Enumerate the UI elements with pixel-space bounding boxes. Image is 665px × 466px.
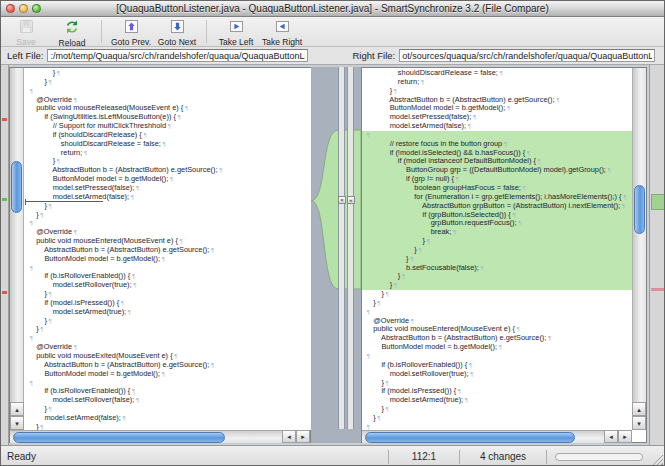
toolbar-separator [101, 20, 102, 43]
code-line: public void mouseExited(MouseEvent e) { … [25, 352, 311, 361]
code-line: ButtonModel model = b.getModel(); ¶ [25, 255, 311, 264]
paragraph-mark: ¶ [384, 406, 389, 412]
paragraph-mark: ¶ [497, 344, 502, 350]
left-file-label: Left File: [7, 50, 43, 61]
take-change-left-button[interactable]: « [347, 196, 355, 204]
minimize-button[interactable] [19, 4, 28, 13]
code-line: model.setRollover(false); ¶ [25, 396, 311, 405]
code-line: } ¶ [362, 87, 633, 96]
change-tick-red[interactable] [651, 288, 665, 291]
code-line: } ¶ [25, 157, 311, 166]
paragraph-mark: ¶ [469, 371, 474, 377]
right-vertical-scroll-arrows: ▴ ▾ [632, 402, 646, 430]
zoom-button[interactable] [32, 4, 41, 13]
paragraph-mark: ¶ [400, 273, 405, 279]
paragraph-mark: ¶ [161, 141, 166, 147]
scroll-up-arrow-icon[interactable]: ▴ [10, 402, 24, 416]
right-code-editor[interactable]: shouldDiscardRelease = false; ¶ return; … [362, 68, 633, 430]
paragraph-mark: ¶ [392, 282, 397, 288]
paragraph-mark: ¶ [209, 247, 214, 253]
paragraph-mark: ¶ [47, 291, 52, 297]
code-line: ¶ [25, 264, 311, 273]
scroll-right-arrow-icon[interactable]: ▸ [618, 430, 632, 443]
left-code-editor[interactable]: } ¶ } ¶ ¶ @Override ¶ public void mouseR… [25, 68, 311, 430]
paragraph-mark: ¶ [160, 371, 165, 377]
paragraph-mark: ¶ [47, 318, 52, 324]
save-button[interactable]: Save [3, 18, 49, 46]
code-line: return; ¶ [25, 149, 311, 158]
code-line: } ¶ [362, 281, 633, 290]
right-vertical-scrollbar[interactable] [632, 68, 646, 402]
paragraph-mark: ¶ [536, 158, 541, 164]
reload-button[interactable]: Reload [49, 18, 95, 46]
scroll-down-arrow-icon[interactable]: ▾ [632, 416, 646, 430]
left-horizontal-scroll-arrows: ◂ ▸ [282, 430, 310, 443]
left-horizontal-scrollbar[interactable] [10, 430, 310, 443]
right-change-overview-strip[interactable] [649, 65, 665, 445]
code-line: } ¶ [362, 290, 633, 299]
code-line: public void mouseReleased(MouseEvent e) … [25, 104, 311, 113]
left-horizontal-scrollbar-thumb[interactable] [13, 432, 225, 443]
right-vertical-scrollbar-thumb[interactable] [634, 185, 645, 234]
change-tick-green[interactable] [651, 194, 665, 210]
paragraph-mark: ¶ [463, 397, 468, 403]
toolbar-separator [206, 20, 207, 43]
code-line: shouldDiscardRelease = false; ¶ [25, 140, 311, 149]
code-line: public void mouseEntered(MouseEvent e) {… [362, 325, 633, 334]
code-line: public void mouseEntered(MouseEvent e) {… [25, 237, 311, 246]
title-bar[interactable]: [QuaquaButtonListener.java - QuaquaButto… [1, 1, 664, 17]
code-line: } ¶ [362, 237, 633, 246]
paragraph-mark: ¶ [451, 229, 456, 235]
code-line: } ¶ [362, 246, 633, 255]
take-right-button[interactable]: Take Right [259, 18, 305, 46]
right-horizontal-scrollbar-thumb[interactable] [365, 432, 575, 443]
paragraph-mark: ¶ [119, 300, 124, 306]
code-line: ¶ [25, 379, 311, 388]
paragraph-mark: ¶ [376, 300, 381, 306]
code-line: if (SwingUtilities.isLeftMouseButton(e))… [25, 113, 311, 122]
goto-prev-button[interactable]: Goto Prev. [108, 18, 154, 46]
code-line: model.setArmed(true); ¶ [362, 396, 633, 405]
paragraph-mark: ¶ [471, 114, 476, 120]
scroll-left-arrow-icon[interactable]: ◂ [604, 430, 618, 443]
gutter-action-strip [347, 67, 354, 429]
paragraph-mark: ¶ [546, 335, 551, 341]
code-line: } ¶ [25, 405, 311, 414]
change-tick-red[interactable] [2, 291, 7, 294]
code-line: @Override ¶ [362, 317, 633, 326]
goto-next-button[interactable]: Goto Next [154, 18, 200, 46]
scroll-down-arrow-icon[interactable]: ▾ [10, 416, 24, 430]
scroll-right-arrow-icon[interactable]: ▸ [296, 430, 310, 443]
paragraph-mark: ¶ [28, 88, 33, 94]
take-left-button[interactable]: Take Left [213, 18, 259, 46]
save-icon [19, 19, 34, 38]
code-line: ¶ [362, 423, 633, 430]
left-file-path-field[interactable] [47, 49, 308, 62]
paragraph-mark: ¶ [168, 176, 173, 182]
paragraph-mark: ¶ [82, 150, 87, 156]
delete-change-button[interactable]: × [338, 196, 346, 204]
resize-grip[interactable] [649, 453, 663, 466]
code-line: AbstractButton b = (AbstractButton) e.ge… [25, 166, 311, 175]
right-file-path-field[interactable] [399, 49, 655, 62]
left-vertical-scrollbar[interactable] [10, 68, 24, 402]
scroll-left-arrow-icon[interactable]: ◂ [282, 430, 296, 443]
paragraph-mark: ¶ [173, 353, 178, 359]
change-tick-green[interactable] [2, 198, 7, 201]
left-change-overview-strip[interactable] [1, 65, 9, 445]
left-vertical-scrollbar-thumb[interactable] [11, 161, 22, 213]
right-horizontal-scrollbar[interactable] [362, 430, 632, 443]
paragraph-mark: ¶ [555, 97, 560, 103]
cursor-position: 112:1 [389, 451, 459, 462]
change-tick-red[interactable] [2, 118, 7, 121]
code-line: } ¶ [25, 211, 311, 220]
code-line: if (grp != null) { ¶ [362, 175, 633, 184]
paragraph-mark: ¶ [515, 326, 520, 332]
scroll-up-arrow-icon[interactable]: ▴ [632, 402, 646, 416]
toolbar: Save Reload Goto Prev. Goto Next T [1, 17, 664, 47]
close-button[interactable] [6, 4, 15, 13]
paragraph-mark: ¶ [498, 70, 503, 76]
code-line: @Override ¶ [25, 228, 311, 237]
code-line: shouldDiscardRelease = false; ¶ [362, 69, 633, 78]
app-window: [QuaquaButtonListener.java - QuaquaButto… [0, 0, 665, 466]
